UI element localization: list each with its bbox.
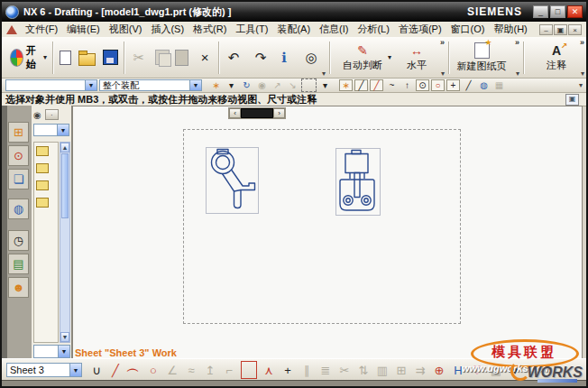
- find-icon[interactable]: ◎: [300, 47, 322, 69]
- trim-tool-icon[interactable]: ↥: [203, 362, 217, 378]
- tab-constraint-navigator[interactable]: ⊙: [8, 145, 29, 166]
- panel-close-icon[interactable]: ·: [45, 109, 59, 120]
- scroll-left-icon[interactable]: ‹: [229, 108, 241, 118]
- selection-menu-arrow-icon[interactable]: ▾: [225, 79, 238, 91]
- more-arrow-icon[interactable]: ▾: [508, 362, 522, 378]
- new-file-icon[interactable]: [60, 51, 71, 65]
- snap-pole-icon[interactable]: ~: [385, 79, 399, 91]
- close-button[interactable]: ✕: [567, 5, 583, 18]
- selection-scope-combo[interactable]: 整个装配 ▼: [99, 79, 202, 91]
- snap-intersection-icon[interactable]: +: [446, 79, 460, 91]
- tab-palettes[interactable]: ▤: [8, 254, 29, 274]
- redo-icon[interactable]: ↷: [250, 47, 271, 69]
- new-sheet-button[interactable]: 新建图纸页: [456, 42, 507, 73]
- scroll-up-icon[interactable]: ▲: [60, 143, 69, 152]
- selection-menu-icon[interactable]: ∗: [209, 79, 223, 91]
- horizontal-dimension-button[interactable]: ↔ 水平: [391, 43, 442, 72]
- pin-icon[interactable]: ◉: [33, 110, 41, 120]
- drawing-view-crank[interactable]: [206, 147, 259, 214]
- combo-arrow-icon[interactable]: ▼: [57, 125, 69, 135]
- snap-arrow-icon[interactable]: ↑: [400, 79, 414, 91]
- constraints-icon[interactable]: ⊞: [394, 362, 409, 378]
- menu-window[interactable]: 窗口(O): [446, 22, 490, 37]
- combo-arrow-icon[interactable]: ▼: [58, 346, 69, 357]
- save-icon[interactable]: [103, 50, 118, 65]
- make-corner-icon[interactable]: ▥: [375, 362, 390, 378]
- circle-tool-icon[interactable]: ○: [146, 362, 161, 378]
- snap-point-icon[interactable]: ∗: [339, 79, 353, 91]
- combo-arrow-icon[interactable]: ▼: [189, 80, 201, 90]
- profile-tool-icon[interactable]: ∪: [89, 362, 104, 378]
- shaded-view-icon[interactable]: ◉: [255, 79, 269, 91]
- rotate-view-icon[interactable]: ↻: [240, 79, 253, 91]
- corner-tool-icon[interactable]: ⌐: [222, 362, 236, 378]
- chamfer-tool-icon[interactable]: ≈: [184, 362, 198, 378]
- tab-part-navigator[interactable]: ❏: [8, 169, 29, 189]
- offset-curve-icon[interactable]: ∥: [299, 362, 314, 378]
- scroll-down-icon[interactable]: ▼: [60, 332, 69, 342]
- sheet-selector-combo[interactable]: Sheet 3 ▼: [6, 363, 82, 377]
- copy-icon[interactable]: [155, 50, 170, 65]
- menu-insert[interactable]: 插入(S): [146, 22, 188, 37]
- tab-reuse-library[interactable]: ◍: [8, 199, 29, 219]
- drawing-more-icon[interactable]: »: [515, 38, 519, 47]
- tab-assembly-navigator[interactable]: ⊞: [8, 122, 29, 143]
- toolbar-options-icon[interactable]: ▾: [322, 69, 326, 78]
- paste-icon[interactable]: [175, 50, 188, 66]
- menu-view[interactable]: 视图(V): [105, 22, 147, 37]
- tab-roles[interactable]: ☻: [8, 277, 29, 298]
- snap-tangent-icon[interactable]: ╱: [462, 79, 475, 91]
- fillet-tool-icon[interactable]: ∠: [165, 362, 179, 378]
- snap-circle-icon[interactable]: ○: [431, 79, 445, 91]
- panel-scrollbar[interactable]: ▲ ▼: [60, 142, 70, 343]
- derived-line-icon[interactable]: ⊕: [432, 362, 446, 378]
- snap-endpoint-icon[interactable]: ╱: [354, 79, 368, 91]
- menu-information[interactable]: 信息(I): [315, 22, 353, 37]
- child-restore-button[interactable]: ▣: [554, 24, 567, 35]
- snap-arc-center-icon[interactable]: ⊙: [416, 79, 429, 91]
- menu-help[interactable]: 帮助(H): [489, 22, 531, 37]
- annotation-button[interactable]: A 注释: [531, 43, 582, 72]
- snap-midpoint-icon[interactable]: ╱: [370, 79, 383, 91]
- selection-filter-combo[interactable]: ▼: [5, 79, 97, 91]
- quick-trim-icon[interactable]: ✂: [337, 362, 352, 378]
- show-constraints-icon[interactable]: ▦: [489, 362, 503, 378]
- pattern-curve-icon[interactable]: ≣: [318, 362, 333, 378]
- fit-view-icon[interactable]: ▣: [565, 94, 579, 106]
- combo-arrow-icon[interactable]: ▼: [69, 364, 81, 376]
- horizontal-scrollbar[interactable]: ‹ ›: [228, 107, 286, 119]
- menu-tools[interactable]: 工具(T): [231, 22, 272, 37]
- start-button[interactable]: 开始 ▾: [6, 42, 51, 73]
- arc-tool-icon[interactable]: (: [126, 363, 142, 377]
- rectangle-tool-icon[interactable]: [241, 361, 257, 379]
- graphics-window[interactable]: ‹ ›: [72, 106, 583, 359]
- point-tool-icon[interactable]: +: [280, 362, 295, 378]
- minimize-button[interactable]: _: [533, 5, 548, 18]
- panel-bottom-combo[interactable]: ▼: [33, 345, 70, 358]
- annotation-options-icon[interactable]: ▾: [581, 69, 584, 78]
- selection-bar-options-icon[interactable]: ▾: [579, 81, 583, 89]
- scroll-thumb[interactable]: [241, 108, 273, 118]
- drawing-view-body[interactable]: [335, 148, 381, 216]
- folder-item[interactable]: [36, 163, 49, 173]
- snap-solid-icon[interactable]: ▦: [492, 79, 506, 91]
- dimension-icon[interactable]: H: [451, 362, 465, 378]
- studio-spline-icon[interactable]: ♡: [470, 362, 484, 378]
- combo-arrow-icon[interactable]: ▼: [85, 80, 96, 90]
- menu-file[interactable]: 文件(F): [21, 22, 62, 37]
- folder-item[interactable]: [36, 198, 49, 208]
- drawing-options-icon[interactable]: ▾: [516, 69, 519, 78]
- pan-down-icon[interactable]: ↘: [286, 79, 299, 91]
- child-minimize-button[interactable]: –: [539, 24, 553, 35]
- dimension-options-icon[interactable]: ▾: [441, 69, 445, 78]
- animate-icon[interactable]: ⇉: [413, 362, 427, 378]
- start-dropdown-icon[interactable]: ▾: [43, 53, 47, 61]
- marquee-arrow-icon[interactable]: ▾: [318, 79, 332, 91]
- open-folder-icon[interactable]: [78, 53, 96, 66]
- child-close-button[interactable]: ×: [568, 24, 582, 35]
- scroll-thumb[interactable]: [61, 153, 69, 218]
- marquee-select-icon[interactable]: [301, 79, 317, 92]
- quick-extend-icon[interactable]: ⇅: [356, 362, 371, 378]
- menu-preferences[interactable]: 首选项(P): [394, 22, 446, 37]
- menu-format[interactable]: 格式(R): [188, 22, 231, 37]
